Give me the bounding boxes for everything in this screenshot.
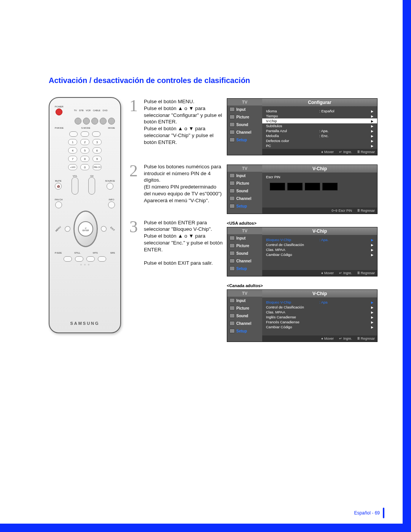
device-select-button[interactable]: [75, 118, 81, 125]
osd-row-selected: Bloqueo V-Chip: Apa.: [266, 237, 373, 242]
osd-column: TV Input Picture Sound Channel Setup Con…: [227, 98, 382, 342]
updown-icon: ♦: [321, 150, 323, 154]
step-2: 2 Pulse los botones numéricos para intro…: [129, 163, 224, 204]
osd-vchip-canada: TV Input Picture Sound Channel Setup V-C…: [227, 289, 378, 342]
enter-icon: ↵: [339, 150, 342, 154]
num-0-button[interactable]: 0: [80, 164, 89, 170]
osd-title: V-Chip: [262, 165, 377, 173]
osd-tab-input: Input: [227, 105, 262, 113]
favch-button[interactable]: [55, 201, 62, 208]
samsung-brand-label: SAMSUNG: [70, 321, 99, 326]
footer-language: Español: [354, 510, 371, 516]
num-1-button[interactable]: 1: [68, 139, 77, 145]
enter-button[interactable]: ↵ ENTER: [78, 221, 93, 236]
osd-vchip-usa: TV Input Picture Sound Channel Setup V-C…: [227, 227, 378, 276]
menu-button[interactable]: [64, 225, 72, 233]
channel-icon: [229, 130, 235, 134]
volume-rocker[interactable]: [72, 177, 78, 195]
osd-tab-setup: Setup: [227, 136, 262, 144]
return-icon: Ⅲ: [357, 150, 360, 154]
footer-page-number: 69: [375, 510, 380, 516]
channel-rocker[interactable]: [88, 177, 95, 195]
return-icon: Ⅲ: [357, 209, 360, 212]
footer-bar-icon: [383, 508, 384, 518]
osd-configurar: TV Input Picture Sound Channel Setup Con…: [227, 98, 378, 155]
num-3-button[interactable]: 3: [92, 139, 102, 145]
page-frame: Activación / desactivación de controles …: [0, 0, 411, 532]
step-number: 3: [129, 219, 141, 267]
mute-button[interactable]: 🔇: [55, 183, 62, 190]
osd-row-selected: Bloqueo V-Chip: Apa: [266, 300, 373, 305]
num-5-button[interactable]: 5: [80, 147, 89, 153]
remote-control-illustration: POWER TV STB VCR CABLE DVD P.MODE S.MODE…: [49, 97, 121, 333]
page-footer: Español - 69: [354, 508, 384, 518]
source-button[interactable]: [107, 183, 113, 190]
num-9-button[interactable]: 9: [92, 156, 102, 162]
input-icon: [229, 107, 235, 112]
step-3: 3 Pulse el botón ENTER para seleccionar …: [129, 219, 224, 267]
osd-footer: ♦Mover ↵Ingre. ⅢRegresar: [262, 149, 377, 155]
plus100-button[interactable]: +100: [68, 164, 77, 170]
osd-tab-picture: Picture: [227, 113, 262, 121]
mode-button[interactable]: [92, 131, 100, 137]
pmode-button[interactable]: [69, 131, 78, 137]
sound-icon: [229, 122, 235, 127]
step-text: Pulse el botón ENTER para seleccionar "B…: [144, 219, 224, 267]
device-select-button[interactable]: [100, 118, 107, 125]
osd-vchip-pin: TV Input Picture Sound Channel Setup V-C…: [227, 165, 378, 214]
page-title: Activación / desactivación de controles …: [49, 76, 250, 85]
osd-tv-label: TV: [227, 99, 262, 105]
power-label: POWER: [55, 105, 64, 108]
setup-icon: [229, 137, 235, 142]
num-8-button[interactable]: 8: [80, 156, 89, 162]
step-number: 2: [129, 163, 141, 204]
num-7-button[interactable]: 7: [68, 156, 77, 162]
osd-body: Idioma: Español Tiempo V-Chip Subtítulos…: [262, 106, 377, 149]
num-4-button[interactable]: 4: [68, 147, 77, 153]
step-text: Pulse el botón MENU. Pulse el botón ▲ o …: [144, 98, 224, 146]
pin-input-boxes: [270, 183, 373, 190]
osd-row-selected: V-Chip: [262, 118, 377, 123]
osd-group-label-usa: <USA adultos>: [227, 221, 382, 225]
info-button[interactable]: [108, 201, 115, 208]
exit-button[interactable]: [100, 225, 108, 233]
osd-title: Configurar: [262, 99, 377, 106]
step-1: 1 Pulse el botón MENU. Pulse el botón ▲ …: [129, 98, 224, 146]
step-number: 1: [129, 98, 141, 146]
device-select-button[interactable]: [83, 118, 90, 125]
num-2-button[interactable]: 2: [80, 139, 89, 145]
dpad[interactable]: ↵ ENTER: [73, 211, 98, 247]
osd-tab-sound: Sound: [227, 121, 262, 128]
device-select-button[interactable]: [108, 118, 115, 125]
smode-button[interactable]: [81, 131, 89, 137]
osd-group-label-canada: <Canada adultos>: [227, 283, 382, 288]
pin-label: Escr PIN: [266, 175, 373, 179]
osd-tab-channel: Channel: [227, 128, 262, 136]
numpad-icon: 0~9: [331, 209, 337, 212]
prech-button[interactable]: PRE-CH: [92, 164, 102, 170]
num-6-button[interactable]: 6: [92, 147, 102, 153]
power-button[interactable]: [56, 109, 62, 115]
step-text: Pulse los botones numéricos para introdu…: [144, 163, 224, 204]
decorative-dots: [80, 264, 89, 265]
steps-column: 1 Pulse el botón MENU. Pulse el botón ▲ …: [129, 98, 224, 280]
picture-icon: [229, 115, 235, 119]
device-select-button[interactable]: [91, 118, 98, 125]
